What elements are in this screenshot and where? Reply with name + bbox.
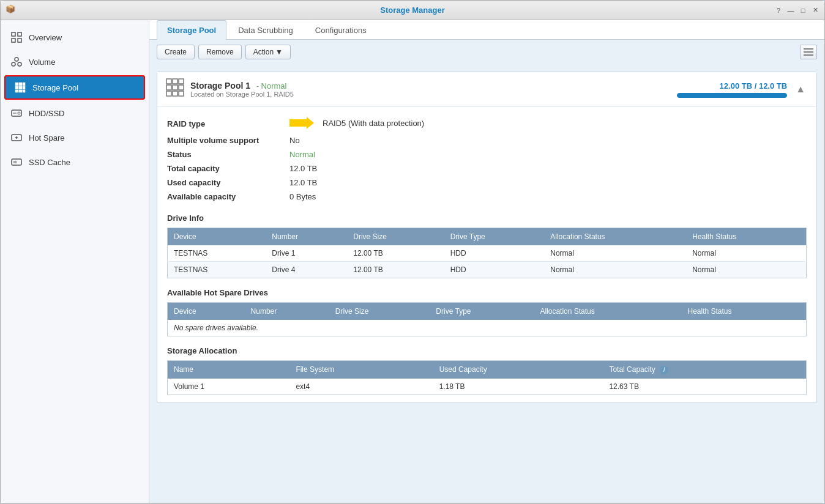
sa-name-1: Volume 1 (168, 379, 290, 395)
cell-size-2: 12.00 TB (347, 262, 444, 278)
content-area: Storage Pool Data Scrubbing Configuratio… (149, 20, 824, 503)
sa-total-1: 12.63 TB (603, 379, 806, 395)
storage-allocation-section: Storage Allocation Name File System Used… (167, 346, 807, 395)
tab-configurations[interactable]: Configurations (305, 20, 377, 40)
sidebar-overview-label: Overview (29, 33, 62, 42)
volume-icon (10, 56, 23, 68)
total-cap-value: 12.0 TB (289, 164, 317, 173)
sa-col-name: Name (168, 361, 290, 379)
remove-button[interactable]: Remove (198, 45, 242, 59)
svg-rect-0 (12, 32, 15, 36)
sidebar-storage-pool-label: Storage Pool (32, 83, 78, 92)
col-drive-type: Drive Type (444, 228, 545, 246)
sidebar-item-ssd-cache[interactable]: SSD Cache (1, 150, 149, 174)
pool-capacity-bar (677, 93, 787, 98)
mvs-label: Multiple volume support (167, 136, 289, 145)
sidebar-item-overview[interactable]: Overview (1, 25, 149, 50)
svg-rect-1 (18, 32, 21, 36)
tabs-bar: Storage Pool Data Scrubbing Configuratio… (149, 20, 824, 40)
svg-point-17 (18, 112, 20, 114)
storage-alloc-title: Storage Allocation (167, 346, 807, 355)
sidebar-item-volume[interactable]: Volume (1, 50, 149, 74)
table-row: TESTNAS Drive 4 12.00 TB HDD Normal Norm… (168, 262, 807, 278)
storage-manager-window: 📦 Storage Manager ? — □ ✕ Overview Volum… (0, 0, 825, 504)
pool-header-info: Storage Pool 1 - Normal Located on Stora… (190, 81, 671, 98)
action-dropdown-icon: ▼ (275, 48, 283, 56)
cell-health-2: Normal (686, 262, 806, 278)
svg-point-5 (12, 62, 15, 66)
pool-title-row: Storage Pool 1 - Normal (190, 81, 671, 91)
drive-info-table: Device Number Drive Size Drive Type Allo… (167, 228, 807, 278)
pool-status: - Normal (256, 81, 287, 91)
svg-rect-14 (19, 90, 22, 92)
hs-col-number: Number (245, 303, 329, 321)
view-toggle-button[interactable] (800, 45, 817, 59)
tab-storage-pool[interactable]: Storage Pool (157, 20, 226, 40)
cell-health-1: Normal (686, 245, 806, 262)
minimize-button[interactable]: — (786, 6, 795, 15)
col-device: Device (168, 228, 266, 246)
svg-rect-36 (179, 91, 184, 96)
raid-type-label: RAID type (167, 119, 289, 128)
maximize-button[interactable]: □ (799, 6, 807, 15)
svg-rect-7 (15, 83, 18, 86)
sa-used-1: 1.18 TB (433, 379, 603, 395)
sidebar-item-hot-spare[interactable]: Hot Spare (1, 125, 149, 150)
svg-point-4 (15, 57, 18, 61)
svg-rect-11 (19, 86, 22, 89)
hs-col-device: Device (168, 303, 245, 321)
pool-title: Storage Pool 1 (190, 81, 250, 91)
app-icon: 📦 (6, 4, 18, 17)
svg-rect-3 (18, 39, 21, 42)
hs-col-size: Drive Size (329, 303, 430, 321)
hs-col-alloc: Allocation Status (534, 303, 681, 321)
sidebar-hot-spare-label: Hot Spare (29, 133, 65, 143)
pool-capacity: 12.00 TB / 12.0 TB (677, 81, 787, 98)
cell-device-1: TESTNAS (168, 245, 266, 262)
detail-row-avail: Available capacity 0 Bytes (167, 190, 807, 204)
pool-details: RAID type RAID5 (With data protection) (157, 107, 816, 402)
pool-subtitle: Located on Storage Pool 1, RAID5 (190, 91, 671, 98)
action-button[interactable]: Action ▼ (245, 45, 291, 59)
mvs-value: No (289, 136, 300, 145)
cell-type-2: HDD (444, 262, 545, 278)
svg-rect-13 (15, 90, 18, 92)
window-controls: ? — □ ✕ (774, 6, 819, 15)
sidebar-ssd-cache-label: SSD Cache (29, 158, 70, 167)
ssd-cache-icon (10, 156, 23, 168)
sa-col-fs: File System (289, 361, 433, 379)
close-button[interactable]: ✕ (811, 6, 819, 15)
cell-device-2: TESTNAS (168, 262, 266, 278)
sidebar-item-hdd-ssd[interactable]: HDD/SSD (1, 101, 149, 125)
sidebar: Overview Volume Storage Pool HDD/SSD (1, 20, 149, 503)
status-value: Normal (289, 150, 315, 159)
detail-row-used: Used capacity 12.0 TB (167, 176, 807, 190)
cell-number-1: Drive 1 (266, 245, 347, 262)
used-cap-label: Used capacity (167, 178, 289, 187)
scroll-area[interactable]: Storage Pool 1 - Normal Located on Stora… (149, 64, 824, 503)
storage-pool-icon (14, 81, 26, 94)
info-icon: i (660, 366, 668, 374)
cell-type-1: HDD (444, 245, 545, 262)
hot-spare-icon (10, 132, 23, 144)
tab-data-scrubbing[interactable]: Data Scrubbing (228, 20, 304, 40)
hot-spare-section: Available Hot Spare Drives Device Number… (167, 288, 807, 336)
sidebar-item-storage-pool[interactable]: Storage Pool (4, 75, 145, 100)
pool-card: Storage Pool 1 - Normal Located on Stora… (157, 72, 817, 403)
window-title: Storage Manager (380, 6, 444, 15)
svg-rect-9 (23, 83, 25, 86)
cell-size-1: 12.00 TB (347, 245, 444, 262)
table-row: No spare drives available. (168, 320, 807, 336)
svg-rect-22 (12, 159, 21, 165)
col-health: Health Status (686, 228, 806, 246)
svg-rect-15 (23, 90, 25, 92)
table-row: Volume 1 ext4 1.18 TB 12.63 TB (168, 379, 807, 395)
create-button[interactable]: Create (157, 45, 195, 59)
avail-cap-value: 0 Bytes (289, 192, 316, 201)
table-row: TESTNAS Drive 1 12.00 TB HDD Normal Norm… (168, 245, 807, 262)
pool-collapse-button[interactable]: ▲ (793, 81, 808, 97)
title-bar: 📦 Storage Manager ? — □ ✕ (1, 1, 824, 20)
svg-rect-12 (23, 86, 25, 89)
pool-header: Storage Pool 1 - Normal Located on Stora… (157, 72, 816, 107)
help-button[interactable]: ? (774, 6, 783, 15)
